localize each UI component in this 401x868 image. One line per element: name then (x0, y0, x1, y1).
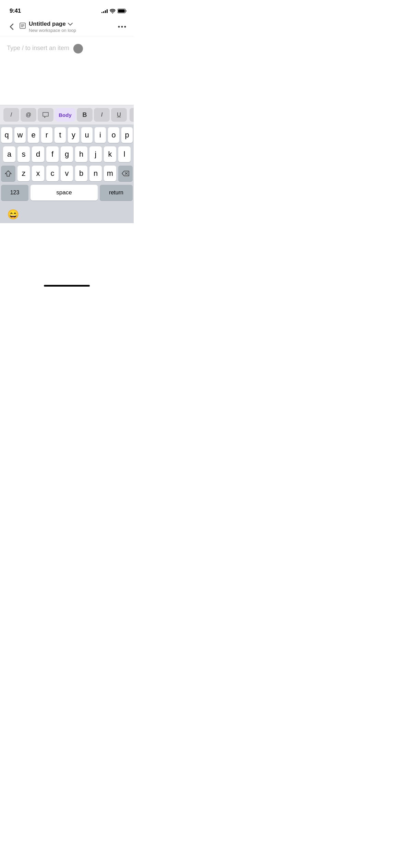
shift-icon (4, 170, 12, 177)
status-bar: 9:41 (0, 0, 134, 17)
comment-button[interactable] (38, 108, 53, 122)
key-w[interactable]: w (14, 127, 26, 143)
drag-handle[interactable] (73, 44, 83, 53)
key-f[interactable]: f (46, 146, 59, 162)
text-style-button[interactable]: Body (55, 108, 75, 122)
nav-bar: Untitled page New workspace on loop (0, 17, 134, 36)
emoji-button[interactable]: 😄 (5, 207, 21, 222)
italic-button[interactable]: I (94, 108, 110, 122)
chevron-down-icon (68, 21, 73, 27)
nav-title-text[interactable]: Untitled page New workspace on loop (29, 21, 76, 33)
key-e[interactable]: e (28, 127, 39, 143)
underline-button[interactable]: U (111, 108, 127, 122)
key-l[interactable]: l (118, 146, 131, 162)
back-button[interactable] (5, 21, 18, 33)
key-c[interactable]: c (46, 166, 59, 181)
keyboard-bottom-bar: 😄 (0, 205, 134, 223)
key-r[interactable]: r (41, 127, 52, 143)
page-icon (19, 22, 26, 31)
key-v[interactable]: v (61, 166, 73, 181)
key-g[interactable]: g (61, 146, 73, 162)
key-o[interactable]: o (108, 127, 119, 143)
key-k[interactable]: k (104, 146, 116, 162)
key-i[interactable]: i (95, 127, 106, 143)
page-title: Untitled page (29, 21, 66, 27)
comment-icon (42, 112, 49, 118)
key-y[interactable]: y (68, 127, 79, 143)
key-j[interactable]: j (89, 146, 102, 162)
more-button[interactable] (116, 21, 128, 33)
editor-placeholder[interactable]: Type / to insert an item (7, 43, 69, 52)
key-t[interactable]: t (54, 127, 66, 143)
key-n[interactable]: n (89, 166, 102, 181)
key-q[interactable]: q (1, 127, 12, 143)
dismiss-keyboard-button[interactable] (130, 108, 134, 122)
formatting-toolbar: / @ Body B I U (0, 105, 134, 124)
space-key[interactable]: space (31, 185, 98, 201)
keyboard-row-3: z x c v b n m (1, 166, 133, 181)
key-p[interactable]: p (121, 127, 133, 143)
svg-point-6 (118, 26, 120, 27)
shift-key[interactable] (1, 166, 15, 181)
key-m[interactable]: m (104, 166, 116, 181)
nav-title-row: Untitled page (29, 21, 76, 27)
key-z[interactable]: z (17, 166, 30, 181)
keyboard: q w e r t y u i o p a s d f g h j k l z … (0, 124, 134, 205)
signal-icon (101, 9, 108, 13)
key-d[interactable]: d (32, 146, 44, 162)
key-b[interactable]: b (75, 166, 87, 181)
numbers-key[interactable]: 123 (1, 185, 28, 201)
nav-title-area: Untitled page New workspace on loop (19, 21, 116, 33)
keyboard-row-4: 123 space return (1, 185, 133, 201)
content-area[interactable]: Type / to insert an item (0, 36, 134, 105)
slash-command-button[interactable]: / (3, 108, 19, 122)
svg-point-8 (124, 26, 126, 27)
svg-point-7 (121, 26, 123, 27)
status-icons (101, 9, 127, 13)
wifi-icon (110, 9, 116, 13)
return-key[interactable]: return (100, 185, 133, 201)
key-s[interactable]: s (17, 146, 30, 162)
key-x[interactable]: x (32, 166, 44, 181)
keyboard-row-2: a s d f g h j k l (1, 146, 133, 162)
mention-button[interactable]: @ (21, 108, 36, 122)
svg-line-20 (125, 172, 127, 174)
keyboard-row-1: q w e r t y u i o p (1, 127, 133, 143)
svg-line-21 (125, 172, 127, 174)
home-indicator (44, 285, 90, 287)
key-h[interactable]: h (75, 146, 87, 162)
status-time: 9:41 (10, 8, 21, 14)
bold-button[interactable]: B (77, 108, 93, 122)
workspace-subtitle: New workspace on loop (29, 28, 76, 33)
delete-key[interactable] (118, 166, 133, 181)
key-a[interactable]: a (3, 146, 15, 162)
delete-icon (122, 171, 129, 176)
key-u[interactable]: u (81, 127, 93, 143)
battery-icon (118, 9, 127, 13)
svg-rect-1 (118, 10, 125, 13)
